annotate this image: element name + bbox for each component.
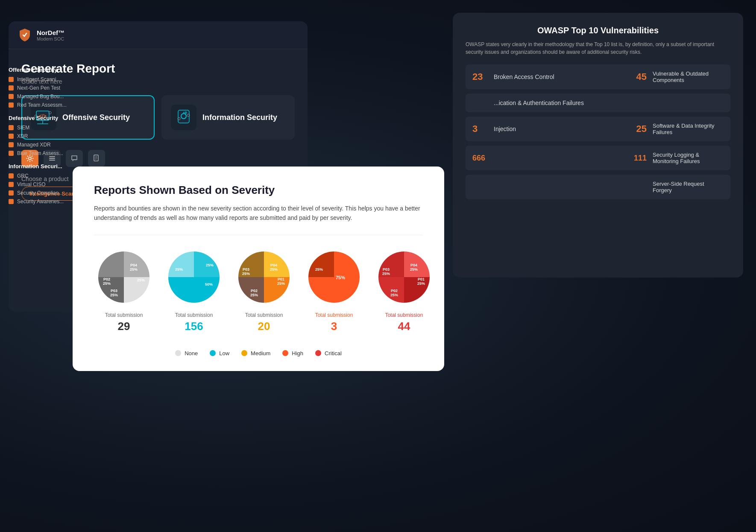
sidebar-item-intel[interactable]: Intelligent Scanni... <box>9 76 81 82</box>
owasp-num-4: 666 <box>472 154 494 163</box>
sidebar-defensive-title: Defensive Security <box>9 115 81 121</box>
sidebar-item-xdr[interactable]: XDR <box>9 133 81 139</box>
pie-3: P04 25% P01 25% P02 25% P03 25% <box>234 247 294 307</box>
owasp-row-4: 666 111 Security Logging & Monitoring Fa… <box>466 146 730 170</box>
sidebar-dot-siem <box>9 125 14 130</box>
sidebar-dot-redteam <box>9 102 14 108</box>
chart-2-number: 156 <box>185 320 203 333</box>
owasp-right-label-3: Software & Data Integrity Failures <box>647 123 724 135</box>
sidebar-item-awareness[interactable]: Security Awarenes... <box>9 199 81 205</box>
nordef-header: NorDef™ Modern SOC <box>9 21 308 49</box>
legend-label-low: Low <box>219 350 229 357</box>
nordef-subtitle: Modern SOC <box>37 36 64 41</box>
information-security-icon <box>171 105 196 130</box>
owasp-num-3: 3 <box>472 123 494 134</box>
owasp-row-5: Server-Side Request Forgery <box>466 175 730 199</box>
pie-1: P04 25% 25% P03 25% P02 25% <box>94 247 154 307</box>
owasp-card: OWASP Top 10 Vulnerabilities OWASP state… <box>453 13 743 278</box>
svg-text:25%: 25% <box>250 293 258 297</box>
svg-text:25%: 25% <box>242 272 250 276</box>
sidebar-label-vciso: Virtual CISO <box>17 181 45 187</box>
sidebar-item-redteam[interactable]: Red Team Assessm... <box>9 102 81 108</box>
sidebar-dot-bug <box>9 94 14 99</box>
svg-text:P03: P03 <box>383 267 390 272</box>
legend-none: None <box>175 350 198 357</box>
sidebar-dot-intel <box>9 77 14 82</box>
svg-text:P03: P03 <box>243 267 249 272</box>
sidebar-dot-xdr <box>9 134 14 139</box>
sidebar-item-managed-xdr[interactable]: Managed XDR <box>9 142 81 148</box>
svg-text:25%: 25% <box>410 267 418 272</box>
owasp-row-2: ...ication & Authentication Failures <box>466 94 730 112</box>
chart-4-number: 3 <box>331 320 337 333</box>
owasp-right-label-5: Server-Side Request Forgery <box>647 181 724 193</box>
chart-1-label: Total submission <box>105 312 143 318</box>
legend-dot-none <box>175 350 181 356</box>
information-security-card[interactable]: Information Security <box>161 95 295 140</box>
svg-text:P02: P02 <box>391 289 398 293</box>
svg-text:25%: 25% <box>390 293 398 297</box>
sidebar-label-intel: Intelligent Scanni... <box>17 76 60 82</box>
charts-row: P04 25% 25% P03 25% P02 25% Total submis… <box>94 247 423 333</box>
nordef-logo-icon <box>17 27 32 43</box>
legend-label-medium: Medium <box>251 350 270 357</box>
sidebar-offensive-title: Offensive Security <box>9 67 81 73</box>
sidebar-label-awareness: Security Awarenes... <box>17 199 64 205</box>
svg-text:25%: 25% <box>315 267 323 272</box>
pie-5: P04 25% P01 25% P02 25% P03 25% <box>374 247 434 307</box>
sidebar-item-pentest[interactable]: Next-Gen Pen Test <box>9 85 81 91</box>
sidebar-label-bug: Managed Bug Bou... <box>17 94 64 99</box>
sidebar-item-siem[interactable]: SIEM <box>9 125 81 131</box>
sidebar-item-vciso[interactable]: Virtual CISO <box>9 181 81 187</box>
svg-text:P02: P02 <box>251 289 258 293</box>
sidebar-item-grc[interactable]: GRC <box>9 173 81 179</box>
sidebar-item-bug[interactable]: Managed Bug Bou... <box>9 94 81 99</box>
owasp-title: OWASP Top 10 Vulnerabilities <box>466 26 730 35</box>
sidebar-item-blue-team[interactable]: Blue Team Assess... <box>9 150 81 156</box>
sidebar-item-compliance[interactable]: Security Complian... <box>9 190 81 196</box>
svg-text:25%: 25% <box>110 293 118 297</box>
report-modal: Reports Shown Based on Severity Reports … <box>73 167 444 371</box>
svg-text:25%: 25% <box>206 263 214 267</box>
svg-text:25%: 25% <box>175 267 183 272</box>
owasp-label-1: Broken Access Control <box>494 73 625 80</box>
sidebar-dot-vciso <box>9 182 14 187</box>
legend-row: None Low Medium High Critical <box>94 343 423 358</box>
document-icon-btn[interactable] <box>88 150 105 167</box>
sidebar-dot-grc <box>9 173 14 178</box>
report-modal-title: Reports Shown Based on Severity <box>94 184 423 197</box>
sidebar-label-grc: GRC <box>17 173 29 179</box>
chart-item-3: P04 25% P01 25% P02 25% P03 25% Total su… <box>234 247 294 333</box>
owasp-desc: OWASP states very clearly in their metho… <box>466 41 730 56</box>
svg-point-9 <box>185 111 187 114</box>
legend-low: Low <box>210 350 229 357</box>
chart-5-number: 44 <box>398 320 410 333</box>
sidebar-dot-awareness <box>9 199 14 204</box>
chart-1-number: 29 <box>118 320 130 333</box>
sidebar-dot-blue-team <box>9 151 14 156</box>
legend-dot-low <box>210 350 216 356</box>
sidebar-dot-managed-xdr <box>9 142 14 147</box>
owasp-label-3: Injection <box>494 126 625 132</box>
svg-text:P04: P04 <box>130 263 137 267</box>
legend-label-none: None <box>185 350 198 357</box>
chart-item-4: 75% 25% Total submission 3 <box>304 247 364 333</box>
owasp-row-3: 3 Injection 25 Software & Data Integrity… <box>466 117 730 141</box>
sidebar-label-compliance: Security Complian... <box>17 190 63 196</box>
left-sidebar: Offensive Security Intelligent Scanni...… <box>9 60 81 207</box>
legend-dot-medium <box>241 350 247 356</box>
svg-text:25%: 25% <box>130 267 138 272</box>
owasp-right-num-1: 45 <box>625 71 647 82</box>
legend-label-critical: Critical <box>325 350 342 357</box>
legend-medium: Medium <box>241 350 270 357</box>
svg-text:25%: 25% <box>270 267 278 272</box>
svg-text:75%: 75% <box>336 275 345 280</box>
owasp-label-2: ...ication & Authentication Failures <box>494 99 625 106</box>
legend-dot-high <box>282 350 288 356</box>
pie-2: 25% 50% 25% <box>164 247 224 307</box>
svg-text:25%: 25% <box>417 281 425 286</box>
svg-text:25%: 25% <box>137 278 145 282</box>
sidebar-label-siem: SIEM <box>17 125 29 131</box>
owasp-right-num-4: 111 <box>625 154 647 163</box>
owasp-num-1: 23 <box>472 71 494 82</box>
